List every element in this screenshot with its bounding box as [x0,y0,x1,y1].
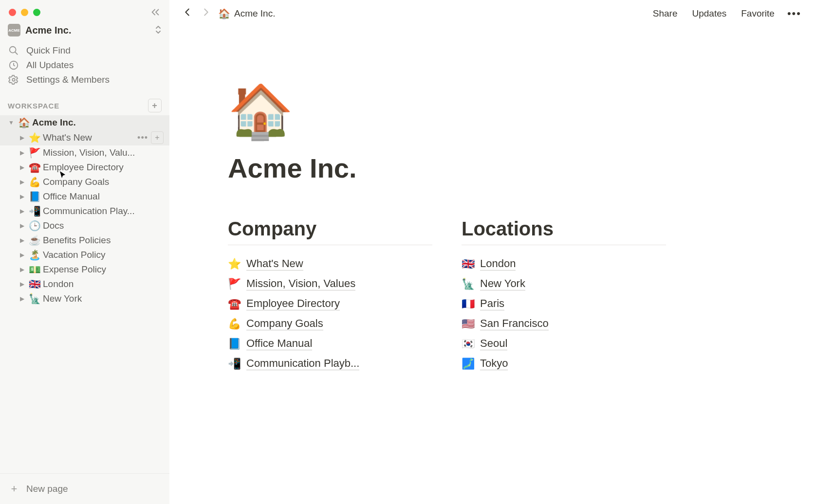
sidebar-item[interactable]: ▶☕Benefits Policies [0,233,169,248]
link-label: Employee Directory [246,297,340,310]
location-link[interactable]: 🇫🇷Paris [462,294,666,314]
company-link[interactable]: 📘Office Manual [228,334,432,354]
page-emoji-icon: 💪 [28,176,41,188]
company-link[interactable]: 📲Communication Playb... [228,354,432,374]
caret-right-icon[interactable]: ▶ [18,179,26,185]
quick-find-button[interactable]: Quick Find [0,43,169,58]
sidebar-item[interactable]: ▶🚩Mission, Vision, Valu... [0,145,169,160]
link-emoji-icon: 📲 [228,358,241,370]
page-emoji-icon: 🏠 [18,117,30,128]
caret-down-icon[interactable]: ▼ [7,119,16,126]
sidebar-item[interactable]: ▶⭐What's New•••+ [0,130,169,145]
caret-right-icon[interactable]: ▶ [18,149,26,156]
sidebar-item[interactable]: ▶🕒Docs [0,218,169,233]
breadcrumb-emoji-icon: 🏠 [218,8,230,19]
caret-right-icon[interactable]: ▶ [18,208,26,215]
link-label: Seoul [480,337,507,350]
location-link[interactable]: 🇺🇸San Francisco [462,314,666,334]
link-emoji-icon: ☎️ [228,298,241,310]
breadcrumb[interactable]: 🏠 Acme Inc. [218,8,275,19]
row-add-button[interactable]: + [151,131,164,144]
link-label: Tokyo [480,357,508,370]
row-actions: •••+ [137,131,164,144]
link-emoji-icon: 📘 [228,338,241,350]
company-column: Company ⭐What's New🚩Mission, Vision, Val… [228,218,432,374]
link-emoji-icon: ⭐ [228,258,241,270]
sidebar-item-label: London [43,279,164,289]
company-link[interactable]: ⭐What's New [228,254,432,274]
sidebar-item[interactable]: ▶🏝️Vacation Policy [0,248,169,262]
breadcrumb-label: Acme Inc. [234,8,275,19]
link-emoji-icon: 🗾 [462,358,475,370]
window-traffic-lights [0,0,169,21]
sidebar-item[interactable]: ▶🇬🇧London [0,277,169,291]
new-page-button[interactable]: + New page [0,473,169,504]
share-button[interactable]: Share [648,6,683,21]
sidebar-item-label: Acme Inc. [32,117,164,128]
location-link[interactable]: 🗾Tokyo [462,354,666,374]
location-link[interactable]: 🇰🇷Seoul [462,334,666,354]
workspace-section-header: WORKSPACE + [0,87,169,115]
sidebar-item[interactable]: ▶🗽New York [0,291,169,306]
link-label: San Francisco [480,317,549,330]
workspace-name: Acme Inc. [25,25,150,36]
page-icon[interactable]: 🏠 [228,85,666,138]
more-menu-button[interactable]: ••• [784,5,804,22]
location-link[interactable]: 🇬🇧London [462,254,666,274]
minimize-window-button[interactable] [21,9,28,16]
caret-right-icon[interactable]: ▶ [18,281,26,288]
link-label: Mission, Vision, Values [246,277,355,290]
page-title[interactable]: Acme Inc. [228,152,666,184]
svg-point-2 [12,78,15,81]
sidebar-item[interactable]: ▶💪Company Goals [0,175,169,189]
sidebar-item[interactable]: ▶💵Expense Policy [0,262,169,277]
caret-right-icon[interactable]: ▶ [18,193,26,200]
caret-right-icon[interactable]: ▶ [18,252,26,258]
all-updates-button[interactable]: All Updates [0,58,169,72]
zoom-window-button[interactable] [33,9,40,16]
workspace-switcher[interactable]: ACME Acme Inc. [0,21,169,43]
collapse-sidebar-button[interactable] [150,7,161,20]
page-content: 🏠 Acme Inc. Company ⭐What's New🚩Mission,… [169,27,815,504]
row-more-button[interactable]: ••• [137,133,148,143]
caret-right-icon[interactable]: ▶ [18,134,26,141]
locations-column: Locations 🇬🇧London🗽New York🇫🇷Paris🇺🇸San … [462,218,666,374]
sidebar-item[interactable]: ▶📲Communication Play... [0,204,169,218]
page-emoji-icon: 📘 [28,191,41,202]
sidebar-item-label: Benefits Policies [43,235,164,246]
company-link[interactable]: 💪Company Goals [228,314,432,334]
page-emoji-icon: 🚩 [28,147,41,159]
all-updates-label: All Updates [26,60,74,71]
sidebar-item-label: New York [43,293,164,304]
page-emoji-icon: ⭐ [28,132,41,144]
sidebar-item[interactable]: ▶📘Office Manual [0,189,169,204]
sidebar-item-label: Company Goals [43,177,164,187]
link-label: Office Manual [246,337,312,350]
settings-members-button[interactable]: Settings & Members [0,72,169,87]
sidebar-item[interactable]: ▶☎️Employee Directory [0,160,169,175]
plus-icon: + [9,483,19,495]
main-area: 🏠 Acme Inc. Share Updates Favorite ••• 🏠… [169,0,815,504]
caret-right-icon[interactable]: ▶ [18,164,26,171]
back-button[interactable] [180,5,195,22]
caret-right-icon[interactable]: ▶ [18,237,26,244]
caret-right-icon[interactable]: ▶ [18,266,26,273]
link-label: New York [480,277,525,290]
forward-button[interactable] [199,5,213,22]
add-page-button[interactable]: + [148,99,162,112]
link-label: Paris [480,297,504,310]
updates-button[interactable]: Updates [687,6,731,21]
caret-right-icon[interactable]: ▶ [18,295,26,302]
link-label: Communication Playb... [246,357,359,370]
location-link[interactable]: 🗽New York [462,274,666,294]
page-emoji-icon: 🏝️ [28,249,41,261]
quick-find-label: Quick Find [26,45,71,56]
caret-right-icon[interactable]: ▶ [18,222,26,229]
page-emoji-icon: ☕ [28,234,41,246]
close-window-button[interactable] [9,9,16,16]
workspace-badge-icon: ACME [8,24,20,36]
company-link[interactable]: 🚩Mission, Vision, Values [228,274,432,294]
favorite-button[interactable]: Favorite [736,6,779,21]
company-link[interactable]: ☎️Employee Directory [228,294,432,314]
sidebar-item-root[interactable]: ▼ 🏠 Acme Inc. [0,115,169,130]
